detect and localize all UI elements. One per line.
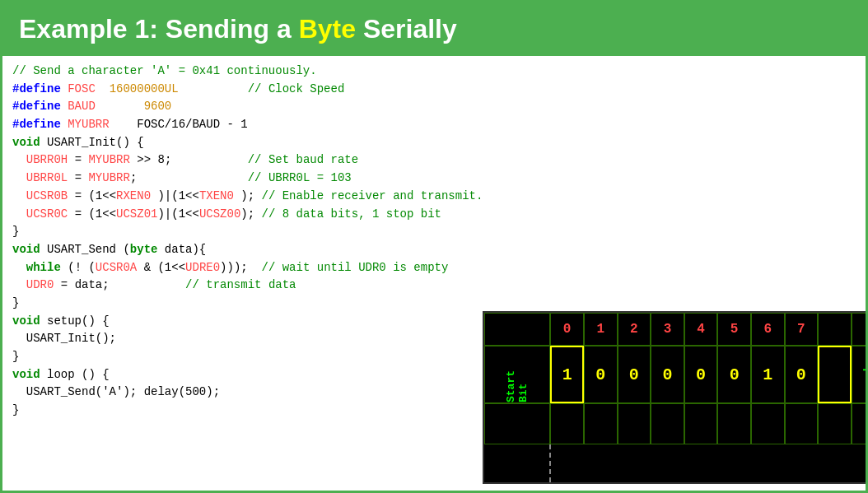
data-startbit: 1 (550, 346, 584, 403)
code-line: // Send a character 'A' = 0x41 continuou… (12, 63, 483, 81)
code-line: #define MYUBRR FOSC/16/BAUD - 1 (12, 116, 483, 134)
bottom-cell (484, 403, 550, 444)
col-header-extra2 (852, 313, 866, 346)
data-bit3: 0 (684, 346, 718, 403)
slide-header: Example 1: Sending a Byte Serially (2, 2, 866, 56)
diagram-section: 0 1 2 3 4 5 6 7 Start Bit 1 0 (483, 63, 866, 484)
bottom-cell (550, 403, 584, 444)
timing-diagram: 0 1 2 3 4 5 6 7 Start Bit 1 0 (483, 311, 866, 484)
start-bit-label: Start Bit (484, 346, 550, 403)
col-header-4: 4 (684, 313, 718, 346)
code-line: USART_Send('A'); delay(500); (12, 384, 483, 402)
data-bit0: 0 (584, 346, 618, 403)
code-line: while (! (UCSR0A & (1<<UDRE0))); // wait… (12, 259, 483, 277)
code-line: } (12, 223, 483, 241)
slide-body: // Send a character 'A' = 0x41 continuou… (2, 56, 866, 491)
code-line: UCSR0B = (1<<RXEN0 )|(1<<TXEN0 ); // Ena… (12, 188, 483, 206)
code-line: UCSR0C = (1<<UCSZ01)|(1<<UCSZ00); // 8 d… (12, 206, 483, 224)
code-line: void USART_Init() { (12, 134, 483, 152)
code-line: UBRR0H = MYUBRR >> 8; // Set baud rate (12, 151, 483, 170)
header-empty (484, 313, 550, 346)
title-suffix: Serially (356, 14, 457, 44)
code-line: } (12, 295, 483, 313)
title-byte: Byte (299, 14, 356, 44)
code-section: // Send a character 'A' = 0x41 continuou… (12, 63, 483, 484)
data-stopbit (818, 346, 852, 403)
code-line: UBRR0L = MYUBRR; // UBRR0L = 103 (12, 170, 483, 188)
code-line: } (12, 348, 483, 366)
bottom-cell (618, 403, 651, 444)
slide-title: Example 1: Sending a Byte Serially (19, 14, 457, 44)
data-bit1: 0 (618, 346, 651, 403)
bottom-cell (852, 403, 866, 444)
bottom-cell (751, 403, 785, 444)
data-bit6: 0 (785, 346, 819, 403)
col-header-7: 7 (785, 313, 819, 346)
code-line: #define BAUD 9600 (12, 98, 483, 116)
code-line: } (12, 402, 483, 420)
col-header-extra1 (818, 313, 852, 346)
code-line: USART_Init(); (12, 330, 483, 348)
title-prefix: Example 1: Sending a (19, 14, 299, 44)
code-line: UDR0 = data; // transmit data (12, 277, 483, 295)
code-line: void loop () { (12, 366, 483, 384)
bottom-cell (684, 403, 718, 444)
bottom-cell (785, 403, 819, 444)
slide-container: Example 1: Sending a Byte Serially // Se… (0, 0, 868, 493)
col-header-3: 3 (651, 313, 684, 346)
col-header-2: 2 (618, 313, 651, 346)
bottom-cell (818, 403, 852, 444)
col-header-6: 6 (751, 313, 785, 346)
data-bit4: 0 (717, 346, 751, 403)
col-header-1: 1 (584, 313, 618, 346)
data-bit5: 1 (751, 346, 785, 403)
col-header-0: 0 (550, 313, 584, 346)
code-line: void USART_Send (byte data){ (12, 241, 483, 259)
stop-bit-label: Stop Bit (852, 346, 866, 403)
code-line: #define FOSC 16000000UL // Clock Speed (12, 81, 483, 99)
bottom-cell (584, 403, 618, 444)
data-bit2: 0 (651, 346, 684, 403)
code-line: void setup() { (12, 313, 483, 331)
bottom-cell (717, 403, 751, 444)
bottom-cell (651, 403, 684, 444)
col-header-5: 5 (717, 313, 751, 346)
